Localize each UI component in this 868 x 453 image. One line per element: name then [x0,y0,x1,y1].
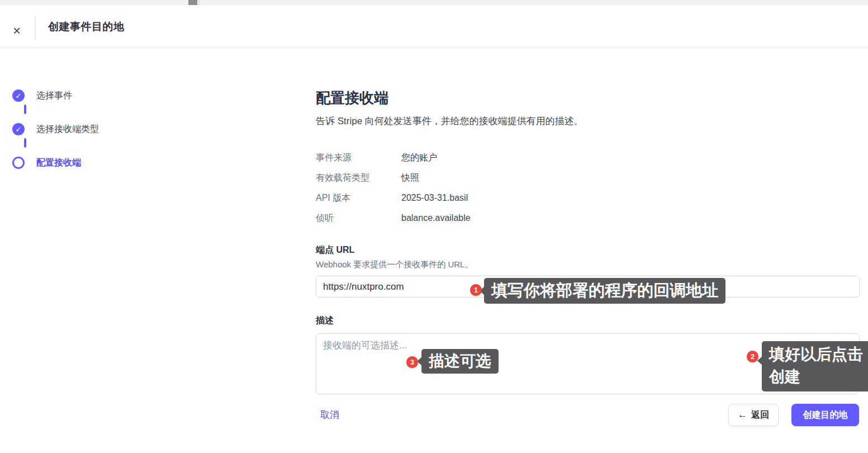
cancel-link[interactable]: 取消 [320,408,339,421]
annotation-badge-3: 3 [406,356,418,368]
summary-label: API 版本 [316,192,401,204]
page-title: 创建事件目的地 [48,5,125,48]
stepper-item-select-events[interactable]: ✓ 选择事件 [12,89,72,102]
annotation-badge-1: 1 [470,284,482,296]
summary-label: 事件来源 [316,152,401,164]
modal-header: × 创建事件目的地 [0,5,868,48]
summary-row-listening-to: 侦听 balance.available [316,208,471,228]
summary-value: 快照 [401,172,419,184]
section-subtitle: 告诉 Stripe 向何处发送事件，并给您的接收端提供有用的描述。 [316,115,584,128]
arrow-left-icon: ← [738,409,747,421]
create-event-destination-modal: × 创建事件目的地 ✓ 选择事件 ✓ 选择接收端类型 配置接收端 配置接收端 告… [0,0,868,453]
summary-row-event-source: 事件来源 您的账户 [316,148,471,168]
description-label: 描述 [316,315,334,327]
section-heading: 配置接收端 [316,88,388,108]
horizontal-scrollbar [0,0,868,5]
create-button-label: 创建目的地 [803,409,848,421]
annotation-tooltip-1: 填写你将部署的程序的回调地址 [484,278,725,304]
summary-label: 侦听 [316,213,401,224]
header-divider [35,17,36,40]
stepper-item-label: 选择接收端类型 [36,124,99,135]
summary-row-api-version: API 版本 2025-03-31.basil [316,188,471,208]
endpoint-url-helper: Webhook 要求提供一个接收事件的 URL。 [316,259,473,270]
summary-value: 2025-03-31.basil [401,193,468,203]
scrollbar-divider [198,0,200,5]
annotation-tooltip-2: 填好以后点击创建 [762,341,868,391]
step-complete-icon: ✓ [12,89,25,102]
stepper-item-configure-destination[interactable]: 配置接收端 [12,157,81,169]
back-button[interactable]: ← 返回 [728,404,779,426]
stepper-item-label: 选择事件 [36,90,72,102]
check-icon: ✓ [16,126,22,133]
annotation-tooltip-3: 描述可选 [421,349,499,374]
stepper-item-select-destination-type[interactable]: ✓ 选择接收端类型 [12,123,99,135]
create-destination-button[interactable]: 创建目的地 [791,404,859,426]
back-button-label: 返回 [751,409,769,421]
stepper-item-label: 配置接收端 [36,157,81,169]
summary-value: 您的账户 [401,152,437,164]
event-summary-list: 事件来源 您的账户 有效载荷类型 快照 API 版本 2025-03-31.ba… [316,148,471,228]
annotation-badge-2: 2 [747,351,758,362]
close-icon[interactable]: × [8,22,26,40]
summary-row-payload-type: 有效载荷类型 快照 [316,168,471,188]
summary-value: balance.available [401,213,471,223]
step-complete-icon: ✓ [12,123,25,135]
stepper-connector [24,138,26,148]
check-icon: ✓ [16,92,22,100]
stepper-connector [24,105,26,114]
endpoint-url-label: 端点 URL [316,244,354,256]
scrollbar-thumb[interactable] [188,0,197,5]
step-current-icon [12,157,25,169]
summary-label: 有效载荷类型 [316,172,401,184]
